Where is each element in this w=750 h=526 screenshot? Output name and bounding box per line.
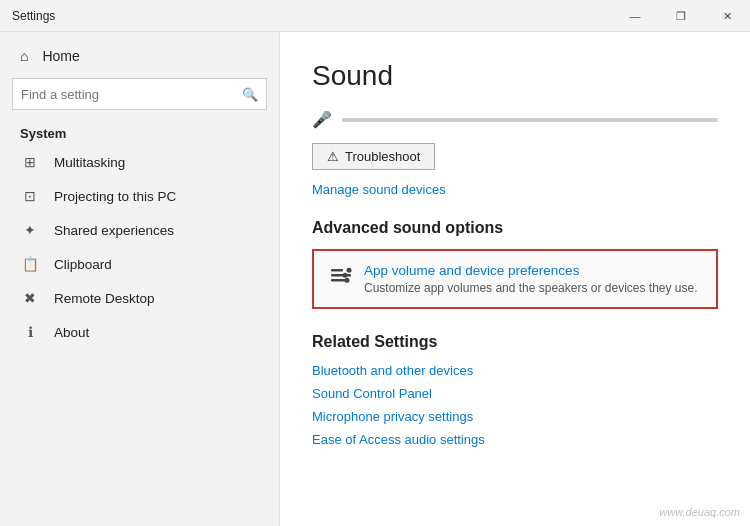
remote-icon: ✖ [20,290,40,306]
about-icon: ℹ [20,324,40,340]
title-bar: Settings — ❐ ✕ [0,0,750,32]
content-area: Sound 🎤 ⚠ Troubleshoot Manage sound devi… [280,32,750,526]
mic-row: 🎤 [312,110,718,129]
sidebar-item-projecting[interactable]: ⊡ Projecting to this PC [0,179,279,213]
sidebar-item-label: Clipboard [54,257,112,272]
related-link-bluetooth[interactable]: Bluetooth and other devices [312,363,718,378]
clipboard-icon: 📋 [20,256,40,272]
sidebar-item-label: Projecting to this PC [54,189,176,204]
window-controls: — ❐ ✕ [612,0,750,31]
related-link-microphone[interactable]: Microphone privacy settings [312,409,718,424]
app-title: Settings [12,9,55,23]
svg-point-4 [343,273,348,278]
sidebar-home-label: Home [42,48,79,64]
related-heading: Related Settings [312,333,718,351]
svg-rect-1 [331,269,343,272]
minimize-button[interactable]: — [612,0,658,32]
warning-icon: ⚠ [327,149,339,164]
troubleshoot-button[interactable]: ⚠ Troubleshoot [312,143,435,170]
maximize-button[interactable]: ❐ [658,0,704,32]
watermark: www.deuaq.com [659,506,740,518]
sidebar-item-label: About [54,325,89,340]
section-label: System [0,120,279,145]
page-title: Sound [312,60,718,92]
sidebar-item-label: Remote Desktop [54,291,155,306]
sidebar: ⌂ Home 🔍 System ⊞ Multitasking ⊡ Project… [0,32,280,526]
sidebar-item-label: Shared experiences [54,223,174,238]
related-link-ease-of-access[interactable]: Ease of Access audio settings [312,432,718,447]
main-layout: ⌂ Home 🔍 System ⊞ Multitasking ⊡ Project… [0,32,750,526]
svg-rect-0 [331,274,351,277]
advanced-heading: Advanced sound options [312,219,718,237]
manage-sound-devices-link[interactable]: Manage sound devices [312,182,446,197]
app-volume-title: App volume and device preferences [364,263,698,278]
svg-point-5 [345,278,350,283]
close-button[interactable]: ✕ [704,0,750,32]
sidebar-item-clipboard[interactable]: 📋 Clipboard [0,247,279,281]
app-volume-desc: Customize app volumes and the speakers o… [364,281,698,295]
related-link-sound-panel[interactable]: Sound Control Panel [312,386,718,401]
search-input[interactable] [21,87,236,102]
search-box[interactable]: 🔍 [12,78,267,110]
sidebar-item-shared[interactable]: ✦ Shared experiences [0,213,279,247]
search-icon: 🔍 [242,87,258,102]
app-volume-icon [330,265,352,292]
app-volume-card[interactable]: App volume and device preferences Custom… [312,249,718,309]
shared-icon: ✦ [20,222,40,238]
sidebar-item-remote[interactable]: ✖ Remote Desktop [0,281,279,315]
projecting-icon: ⊡ [20,188,40,204]
volume-slider[interactable] [342,118,718,122]
svg-point-3 [347,268,352,273]
sidebar-item-multitasking[interactable]: ⊞ Multitasking [0,145,279,179]
multitasking-icon: ⊞ [20,154,40,170]
home-icon: ⌂ [20,48,28,64]
sidebar-item-about[interactable]: ℹ About [0,315,279,349]
microphone-icon: 🎤 [312,110,332,129]
sidebar-item-home[interactable]: ⌂ Home [0,40,279,72]
troubleshoot-label: Troubleshoot [345,149,420,164]
app-volume-text: App volume and device preferences Custom… [364,263,698,295]
sidebar-item-label: Multitasking [54,155,125,170]
